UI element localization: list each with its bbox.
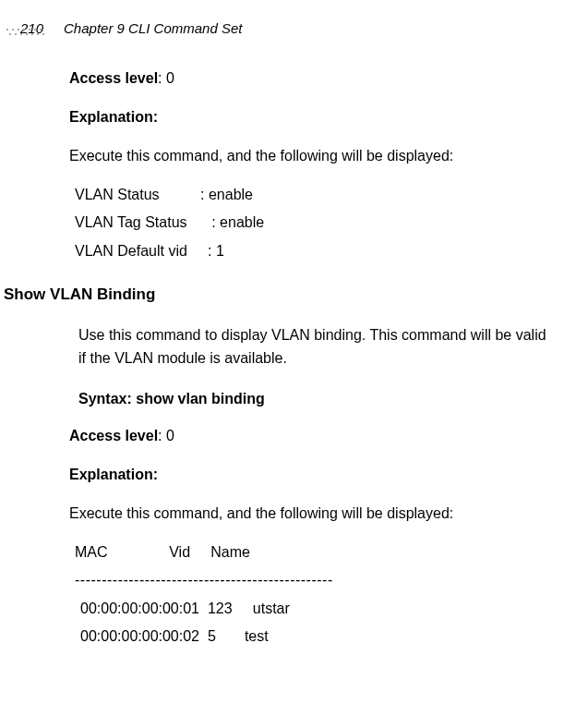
exec-description: Execute this command, and the following … xyxy=(69,505,564,522)
access-level-label: Access level xyxy=(69,70,158,86)
explanation-heading: Explanation: xyxy=(69,109,564,126)
exec-description: Execute this command, and the following … xyxy=(69,148,564,164)
table-separator: ----------------------------------------… xyxy=(75,566,564,594)
access-level-row: Access level: 0 xyxy=(69,70,564,87)
section-heading: Show VLAN Binding xyxy=(0,285,564,304)
chapter-title: Chapter 9 CLI Command Set xyxy=(64,20,242,36)
command-output-table: MAC Vid Name ---------------------------… xyxy=(69,539,564,651)
command-output-block: VLAN Status : enable VLAN Tag Status : e… xyxy=(69,181,564,265)
access-level-row: Access level: 0 xyxy=(69,428,564,444)
page-header: 210 Chapter 9 CLI Command Set xyxy=(0,17,564,39)
table-row: 00:00:00:00:00:02 5 test xyxy=(75,623,564,650)
table-header-row: MAC Vid Name xyxy=(75,539,564,566)
syntax-line: Syntax: show vlan binding xyxy=(78,391,564,407)
access-level-value: : 0 xyxy=(158,70,174,86)
output-line: VLAN Status : enable xyxy=(75,181,564,209)
output-line: VLAN Tag Status : enable xyxy=(75,209,564,237)
explanation-heading: Explanation: xyxy=(69,467,564,483)
header-dots-deco xyxy=(5,28,49,37)
access-level-label: Access level xyxy=(69,428,158,443)
output-line: VLAN Default vid : 1 xyxy=(75,237,564,265)
command-description: Use this command to display VLAN binding… xyxy=(78,324,564,370)
access-level-value: : 0 xyxy=(158,428,174,443)
table-row: 00:00:00:00:00:01 123 utstar xyxy=(75,595,564,623)
